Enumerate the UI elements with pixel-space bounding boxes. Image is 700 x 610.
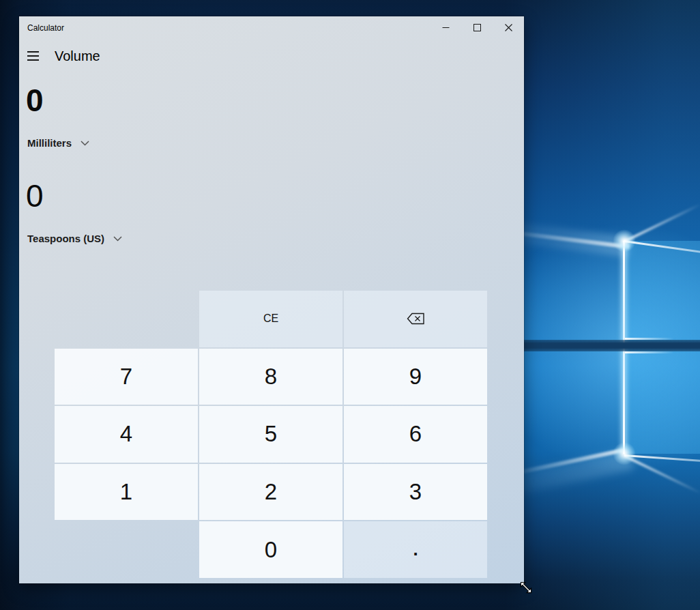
key-4[interactable]: 4 [55,406,198,463]
unit-selector-from[interactable]: Milliliters [27,137,89,149]
chevron-down-icon [81,141,89,146]
keypad-spacer [55,521,198,578]
key-5[interactable]: 5 [199,406,342,463]
key-6[interactable]: 6 [344,406,487,463]
light-beam [510,448,625,476]
key-0[interactable]: 0 [199,521,342,578]
close-icon [505,24,512,31]
windows-logo-crossbar [524,340,700,351]
key-8[interactable]: 8 [199,349,342,405]
chevron-down-icon [113,236,122,242]
light-beam [625,338,674,340]
minimize-icon [442,24,450,31]
key-7[interactable]: 7 [55,349,198,405]
hamburger-icon [27,51,39,53]
key-1[interactable]: 1 [55,464,198,521]
light-beam [624,454,700,494]
maximize-icon [473,24,481,31]
keypad: CE 7 8 9 4 5 6 1 2 3 0 . [55,291,487,578]
menu-button[interactable] [19,44,49,68]
light-beam [625,351,674,353]
page-title: Volume [55,48,100,64]
key-9[interactable]: 9 [344,349,487,405]
minimize-button[interactable] [430,16,461,38]
window-title: Calculator [27,16,64,40]
hamburger-icon [27,55,39,57]
unit-label-to: Teaspoons (US) [27,233,104,244]
hamburger-icon [27,59,39,61]
unit-selector-to[interactable]: Teaspoons (US) [27,233,122,244]
maximize-button[interactable] [461,16,493,38]
light-glow [613,442,636,465]
light-glow [613,229,636,252]
window-controls [430,16,524,38]
close-button[interactable] [493,16,524,38]
key-2[interactable]: 2 [199,464,342,521]
converter-value-to[interactable]: 0 [26,179,44,213]
key-decimal[interactable]: . [344,521,487,578]
unit-label-from: Milliliters [27,137,72,149]
backspace-icon [407,312,425,325]
converter-value-from[interactable]: 0 [26,83,44,117]
calculator-window: Calculator [19,16,524,583]
app-header: Volume [19,44,100,68]
keypad-spacer [55,291,198,347]
backspace-button[interactable] [344,291,487,347]
key-3[interactable]: 3 [344,464,487,521]
titlebar[interactable]: Calculator [19,16,524,38]
clear-entry-button[interactable]: CE [199,291,342,347]
